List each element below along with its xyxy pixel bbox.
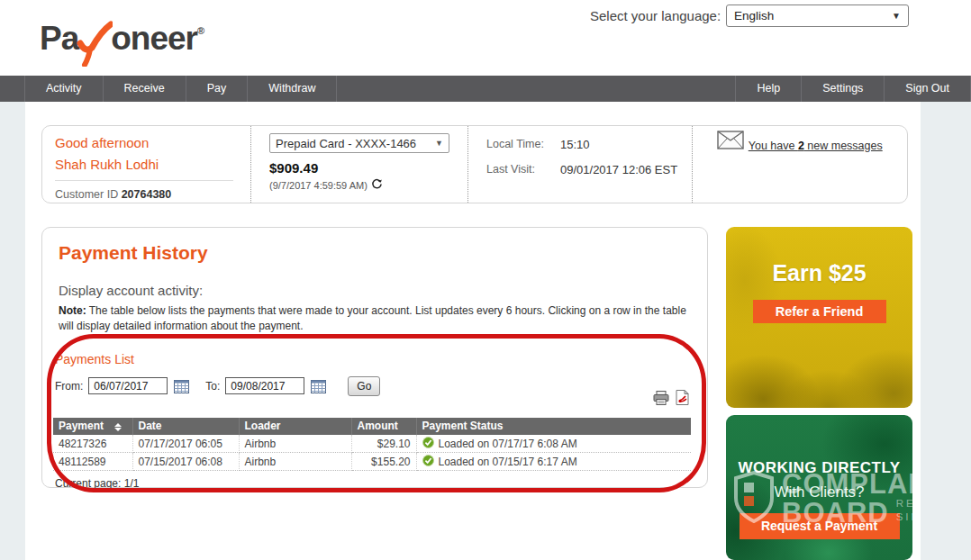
language-select[interactable]: English ▼ [726, 5, 909, 27]
cell-date: 07/17/2017 06:05 [132, 435, 239, 453]
payments-table-header-row: Payment Date Loader Amount Payment Statu… [53, 418, 691, 435]
to-calendar-icon[interactable] [311, 379, 326, 393]
local-time-row: Local Time: 15:10 [486, 138, 692, 151]
nav-tab-receive[interactable]: Receive [104, 76, 186, 102]
date-filter-row: From: To: Go [55, 376, 707, 396]
new-messages-link[interactable]: You have 2 new messages [749, 140, 883, 152]
chevron-down-icon: ▼ [435, 139, 443, 148]
request-banner-line2: With Clients? [726, 483, 912, 501]
messages-cell: You have 2 new messages [692, 126, 907, 203]
payoneer-swoosh-icon [77, 20, 113, 67]
payments-table: Payment Date Loader Amount Payment Statu… [53, 418, 691, 472]
export-icons-row [653, 390, 689, 409]
last-visit-row: Last Visit: 09/01/2017 12:06 EST [486, 163, 692, 176]
logo-text-prefix: Pa [40, 20, 78, 58]
card-select-value: Prepaid Card - XXXX-1466 [276, 137, 416, 150]
balance-timestamp: (9/7/2017 4:59:59 AM) [269, 180, 368, 191]
nav-spacer [337, 76, 735, 102]
customer-id-value: 20764380 [122, 188, 172, 201]
payoneer-logo[interactable]: Pa oneer ® [40, 20, 204, 67]
local-time-label: Local Time: [486, 138, 560, 151]
nav-tab-withdraw[interactable]: Withdraw [248, 76, 337, 102]
refer-headline: Earn $25 [726, 260, 912, 286]
current-page-label: Current page: 1/1 [55, 477, 707, 490]
to-label: To: [205, 380, 220, 393]
to-date-input[interactable] [225, 377, 304, 394]
nav-tab-activity[interactable]: Activity [25, 76, 104, 102]
messages-text-prefix: You have [749, 140, 798, 152]
nav-tab-help[interactable]: Help [735, 76, 801, 102]
table-row[interactable]: 48112589 07/15/2017 06:08 Airbnb $155.20 [53, 453, 691, 471]
request-payment-banner[interactable]: WORKING DIRECTLY With Clients? Request a… [726, 415, 912, 560]
go-button[interactable]: Go [348, 376, 380, 396]
check-icon [422, 437, 434, 451]
top-header: Pa oneer ® Select your language: English… [0, 0, 971, 76]
status-text: Loaded on 07/15/17 6:17 AM [439, 456, 577, 468]
last-visit-label: Last Visit: [486, 163, 560, 176]
column-header-amount[interactable]: Amount [351, 418, 416, 435]
column-header-date[interactable]: Date [132, 418, 239, 435]
local-time-value: 15:10 [560, 138, 590, 151]
refresh-icon[interactable] [371, 178, 383, 192]
cell-payment-id: 48112589 [53, 453, 132, 471]
left-margin-strip [0, 102, 25, 560]
from-date-input[interactable] [88, 377, 168, 394]
account-greeting-cell: Good afternoon Shah Rukh Lodhi Customer … [42, 126, 250, 203]
messages-text-suffix: new messages [804, 140, 883, 152]
greeting-text: Good afternoon [55, 135, 250, 150]
payments-list-title: Payments List [55, 352, 707, 366]
subtitle: Display account activity: [59, 283, 707, 298]
logo-registered-mark: ® [197, 25, 204, 36]
cell-loader: Airbnb [239, 453, 351, 471]
cell-amount: $29.10 [351, 435, 416, 453]
sort-icon[interactable] [114, 423, 122, 431]
nav-tab-settings[interactable]: Settings [801, 76, 884, 102]
payoneer-page: Pa oneer ® Select your language: English… [0, 0, 971, 560]
cell-loader: Airbnb [239, 435, 351, 453]
request-a-payment-button[interactable]: Request a Payment [740, 513, 900, 539]
cell-date: 07/15/2017 06:08 [132, 453, 239, 471]
status-text: Loaded on 07/17/17 6:08 AM [439, 438, 577, 450]
cell-status: Loaded on 07/15/17 6:17 AM [416, 453, 691, 471]
messages-count: 2 [798, 140, 804, 152]
right-margin-strip [921, 102, 971, 560]
last-visit-value: 09/01/2017 12:06 EST [560, 163, 677, 176]
nav-tab-pay[interactable]: Pay [186, 76, 249, 102]
from-calendar-icon[interactable] [174, 379, 189, 393]
balance-timestamp-row: (9/7/2017 4:59:59 AM) [269, 178, 467, 192]
cell-status: Loaded on 07/17/17 6:08 AM [416, 435, 691, 453]
nav-left-spacer [0, 76, 25, 102]
cell-payment-id: 48217326 [53, 435, 132, 453]
refer-a-friend-banner[interactable]: Earn $25 Refer a Friend [726, 227, 912, 408]
note-body: The table below lists the payments that … [59, 304, 686, 332]
column-label-payment: Payment [59, 420, 104, 432]
card-balance-cell: Prepaid Card - XXXX-1466 ▼ $909.49 (9/7/… [250, 126, 467, 203]
column-header-payment[interactable]: Payment [53, 418, 132, 435]
refer-a-friend-button[interactable]: Refer a Friend [753, 300, 886, 323]
column-header-loader[interactable]: Loader [239, 418, 351, 435]
table-row[interactable]: 48217326 07/17/2017 06:05 Airbnb $29.10 [53, 435, 691, 453]
column-header-payment-status[interactable]: Payment Status [416, 418, 691, 435]
envelope-icon[interactable] [717, 137, 748, 152]
account-info-bar: Good afternoon Shah Rukh Lodhi Customer … [41, 125, 908, 203]
card-balance: $909.49 [269, 160, 467, 176]
check-icon [422, 455, 434, 469]
main-nav: Activity Receive Pay Withdraw Help Setti… [0, 76, 971, 102]
language-label: Select your language: [590, 8, 721, 23]
request-banner-line1: WORKING DIRECTLY [726, 459, 912, 477]
pdf-icon[interactable] [676, 390, 689, 409]
payment-history-panel: Payment History Display account activity… [41, 227, 708, 488]
from-label: From: [55, 380, 83, 393]
card-select[interactable]: Prepaid Card - XXXX-1466 ▼ [269, 133, 449, 153]
time-visit-cell: Local Time: 15:10 Last Visit: 09/01/2017… [467, 126, 692, 203]
customer-id-row: Customer ID 20764380 [55, 188, 250, 201]
printer-icon[interactable] [653, 391, 669, 409]
nav-tab-sign-out[interactable]: Sign Out [884, 76, 971, 102]
customer-id-label: Customer ID [55, 188, 122, 201]
cell-amount: $155.20 [351, 453, 416, 471]
chevron-down-icon: ▼ [892, 11, 901, 21]
page-title: Payment History [59, 242, 707, 264]
language-selected-value: English [734, 9, 774, 23]
logo-text-suffix: oneer [111, 20, 197, 58]
note-text: Note: The table below lists the payments… [59, 303, 693, 335]
